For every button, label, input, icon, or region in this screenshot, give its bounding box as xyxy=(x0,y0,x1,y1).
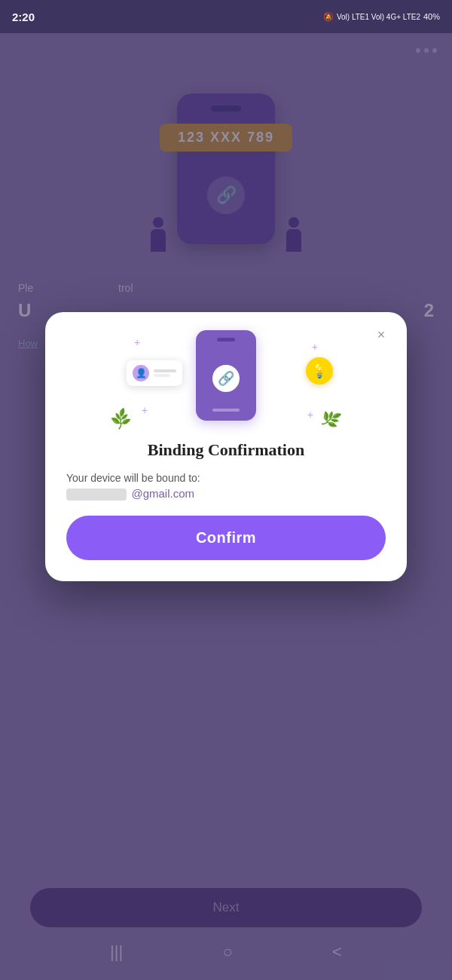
status-time: 2:20 xyxy=(12,11,35,23)
deco-plus-2: + xyxy=(312,341,318,353)
status-icons: 🔕 Vol) LTE1 Vol) 4G+ LTE2 40% xyxy=(323,12,440,22)
modal-illustration: + + + + 👤 🔗 💡 xyxy=(66,330,386,428)
modal-title: Binding Confirmation xyxy=(66,440,386,460)
deco-plus-4: + xyxy=(307,409,313,421)
signal-icon: 🔕 xyxy=(323,12,334,22)
modal-phone-notch xyxy=(217,338,235,341)
app-background: 123 XXX 789 🔗 Ple trol U 2 How xyxy=(0,33,452,980)
bulb-icon: 💡 xyxy=(311,363,328,379)
battery-icon: 40% xyxy=(423,12,440,21)
card-left: 👤 xyxy=(127,360,182,386)
card-text xyxy=(154,369,176,377)
person-icon: 👤 xyxy=(136,368,147,378)
modal-phone-link-icon: 🔗 xyxy=(212,365,240,392)
modal-phone: 🔗 xyxy=(196,330,256,421)
modal-email-line: @gmail.com xyxy=(66,487,386,501)
network-info: Vol) LTE1 Vol) 4G+ LTE2 xyxy=(337,13,420,21)
modal-body-text: Your device will be bound to: xyxy=(66,472,386,484)
modal-phone-bottom-bar xyxy=(212,409,240,412)
leaf-left-icon: 🌿 xyxy=(108,406,134,431)
card-right-bulb: 💡 xyxy=(306,357,333,384)
binding-confirmation-modal: × + + + + 👤 🔗 xyxy=(45,312,407,581)
status-bar: 2:20 🔕 Vol) LTE1 Vol) 4G+ LTE2 40% xyxy=(0,0,452,33)
confirm-button[interactable]: Confirm xyxy=(66,516,386,560)
redacted-email-prefix xyxy=(66,488,127,501)
leaf-right-icon: 🌿 xyxy=(319,407,344,430)
deco-plus-3: + xyxy=(142,404,148,416)
modal-email-domain: @gmail.com xyxy=(131,487,194,500)
card-avatar: 👤 xyxy=(133,365,149,381)
deco-plus-1: + xyxy=(134,336,140,348)
